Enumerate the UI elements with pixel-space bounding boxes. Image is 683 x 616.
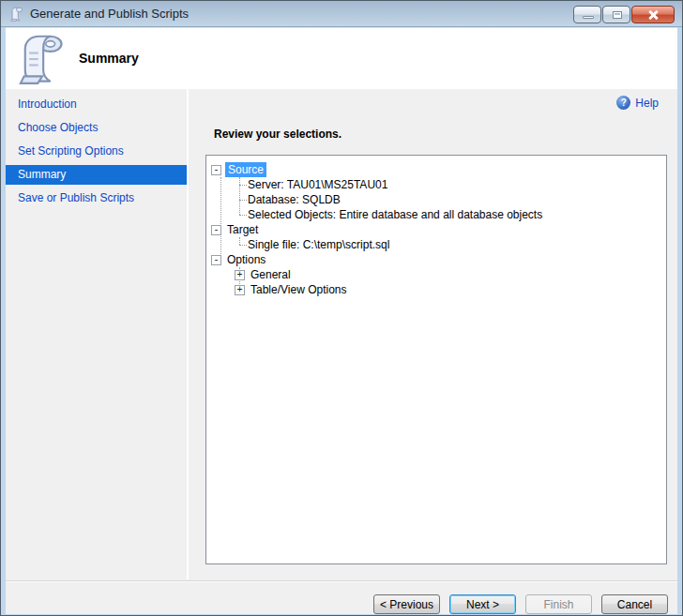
window-scroll-icon — [9, 7, 24, 22]
tree-node-label[interactable]: Selected Objects: Entire database and al… — [248, 207, 542, 222]
window-title: Generate and Publish Scripts — [30, 7, 189, 21]
sidebar-item-choose-objects[interactable]: Choose Objects — [6, 116, 187, 140]
wizard-window: Generate and Publish Scripts Summary Int… — [0, 0, 683, 616]
sidebar-item-summary[interactable]: Summary — [6, 165, 187, 185]
minimize-icon — [583, 16, 594, 19]
previous-button[interactable]: < Previous — [373, 594, 440, 614]
collapse-minus-icon[interactable]: - — [211, 225, 221, 235]
tree-connector-stub — [239, 200, 247, 201]
collapse-minus-icon[interactable]: - — [211, 165, 221, 175]
help-icon: ? — [616, 96, 630, 110]
tree-node-label[interactable]: Source — [225, 162, 266, 177]
summary-tree[interactable]: - Source Server: TAU01\MS25TAU01 Databas… — [205, 155, 667, 564]
tree-node-label[interactable]: Target — [227, 222, 258, 237]
tree-node-label[interactable]: Options — [227, 252, 266, 267]
tree-node-selected-objects[interactable]: Selected Objects: Entire database and al… — [206, 207, 666, 222]
maximize-icon — [613, 11, 622, 19]
tree-node-options[interactable]: - Options — [206, 252, 666, 267]
window-controls — [573, 6, 675, 23]
tree-node-server[interactable]: Server: TAU01\MS25TAU01 — [206, 177, 666, 192]
tree-node-label[interactable]: General — [250, 267, 291, 282]
expand-plus-icon[interactable]: + — [235, 270, 245, 280]
tree-connector-stub — [239, 215, 247, 216]
tree-node-label[interactable]: Database: SQLDB — [248, 192, 341, 207]
tree-node-database[interactable]: Database: SQLDB — [206, 192, 666, 207]
minimize-button[interactable] — [573, 6, 601, 23]
review-heading: Review your selections. — [214, 128, 342, 141]
tree-node-general[interactable]: + General — [206, 267, 666, 282]
script-scroll-icon — [17, 33, 66, 85]
close-icon — [648, 10, 658, 20]
title-bar[interactable]: Generate and Publish Scripts — [1, 1, 682, 27]
tree-node-single-file[interactable]: Single file: C:\temp\script.sql — [206, 237, 666, 252]
tree-connector-line — [239, 237, 240, 245]
close-button[interactable] — [631, 6, 675, 23]
tree-node-label[interactable]: Table/View Options — [250, 282, 347, 297]
tree-node-label[interactable]: Single file: C:\temp\script.sql — [248, 237, 389, 252]
tree-connector-line — [220, 177, 221, 260]
sidebar-item-save-or-publish[interactable]: Save or Publish Scripts — [6, 187, 187, 210]
tree-node-label[interactable]: Server: TAU01\MS25TAU01 — [248, 177, 387, 192]
finish-button[interactable]: Finish — [525, 594, 592, 614]
help-link[interactable]: ? Help — [616, 96, 659, 110]
tree-node-source[interactable]: - Source — [206, 162, 666, 177]
tree-node-target[interactable]: - Target — [206, 222, 666, 237]
next-button[interactable]: Next > — [449, 594, 516, 614]
tree-connector-stub — [239, 245, 247, 246]
page-header: Summary — [6, 28, 677, 89]
tree-connector-stub — [239, 185, 247, 186]
button-bar: < Previous Next > Finish Cancel — [6, 582, 677, 614]
expand-plus-icon[interactable]: + — [235, 285, 245, 295]
sidebar-item-introduction[interactable]: Introduction — [6, 93, 187, 116]
help-label: Help — [635, 97, 659, 110]
tree-node-table-view-options[interactable]: + Table/View Options — [206, 282, 666, 297]
wizard-nav-sidebar: Introduction Choose Objects Set Scriptin… — [6, 89, 189, 579]
page-title: Summary — [79, 51, 139, 66]
dialog-content: Summary Introduction Choose Objects Set … — [6, 27, 677, 614]
sidebar-item-set-scripting-options[interactable]: Set Scripting Options — [6, 140, 187, 163]
cancel-button[interactable]: Cancel — [601, 594, 668, 614]
main-panel: ? Help Review your selections. - Source — [190, 89, 677, 579]
tree-connector-line — [239, 177, 240, 215]
collapse-minus-icon[interactable]: - — [211, 255, 221, 265]
maximize-button[interactable] — [602, 6, 630, 23]
